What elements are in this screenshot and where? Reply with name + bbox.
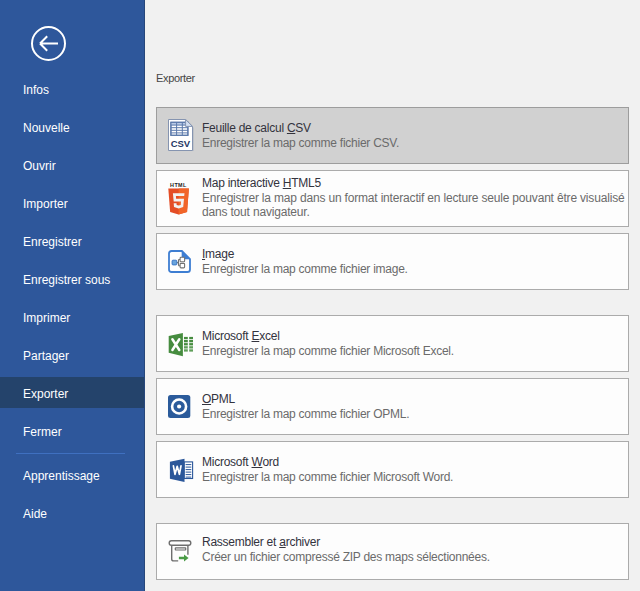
- svg-text:CSV: CSV: [171, 137, 191, 148]
- svg-text:HTML: HTML: [170, 182, 187, 188]
